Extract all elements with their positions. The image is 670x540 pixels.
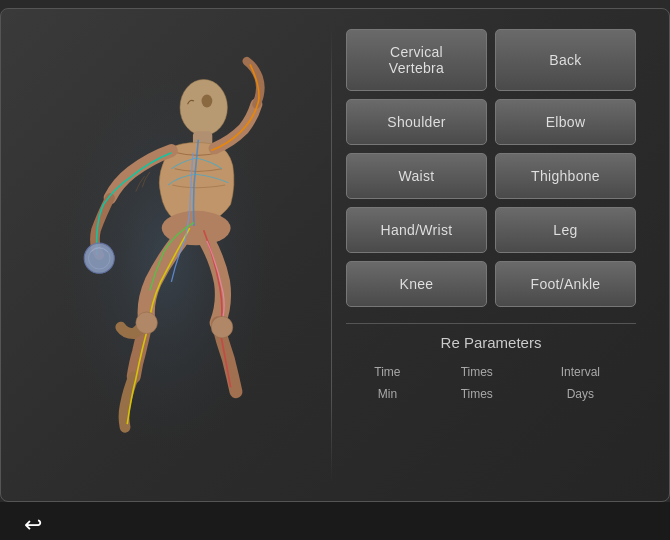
waist-button[interactable]: Waist bbox=[346, 153, 487, 199]
hand-wrist-button[interactable]: Hand/Wrist bbox=[346, 207, 487, 253]
left-knee-cap bbox=[136, 312, 158, 334]
times-cell: Times bbox=[429, 383, 525, 405]
cervical-vertebra-button[interactable]: CervicalVertebra bbox=[346, 29, 487, 91]
body-parts-grid: CervicalVertebra Back Shoulder Elbow Wai… bbox=[346, 29, 636, 307]
re-parameters-section: Re Parameters Time Times Interval Min Ti… bbox=[346, 323, 636, 405]
human-figure bbox=[36, 45, 296, 465]
back-button[interactable]: Back bbox=[495, 29, 636, 91]
time-header: Time bbox=[346, 361, 429, 383]
params-table: Time Times Interval Min Times Days bbox=[346, 361, 636, 405]
shoulder-button[interactable]: Shoulder bbox=[346, 99, 487, 145]
panel-divider bbox=[331, 29, 332, 481]
bottom-bar: ↩ bbox=[0, 502, 670, 540]
thighbone-button[interactable]: Thighbone bbox=[495, 153, 636, 199]
anatomy-svg bbox=[36, 45, 296, 465]
times-header: Times bbox=[429, 361, 525, 383]
leg-button[interactable]: Leg bbox=[495, 207, 636, 253]
interval-header: Interval bbox=[525, 361, 636, 383]
back-nav-button[interactable]: ↩ bbox=[15, 507, 51, 540]
min-cell: Min bbox=[346, 383, 429, 405]
foot-ankle-button[interactable]: Foot/Ankle bbox=[495, 261, 636, 307]
back-arrow-icon: ↩ bbox=[24, 514, 42, 536]
days-cell: Days bbox=[525, 383, 636, 405]
right-knee-cap bbox=[211, 316, 233, 338]
re-parameters-title: Re Parameters bbox=[346, 334, 636, 351]
right-panel: CervicalVertebra Back Shoulder Elbow Wai… bbox=[331, 9, 651, 501]
head bbox=[180, 79, 227, 135]
face-detail bbox=[202, 95, 213, 108]
knee-button[interactable]: Knee bbox=[346, 261, 487, 307]
body-panel bbox=[1, 9, 331, 501]
elbow-button[interactable]: Elbow bbox=[495, 99, 636, 145]
main-container: CervicalVertebra Back Shoulder Elbow Wai… bbox=[0, 8, 670, 502]
